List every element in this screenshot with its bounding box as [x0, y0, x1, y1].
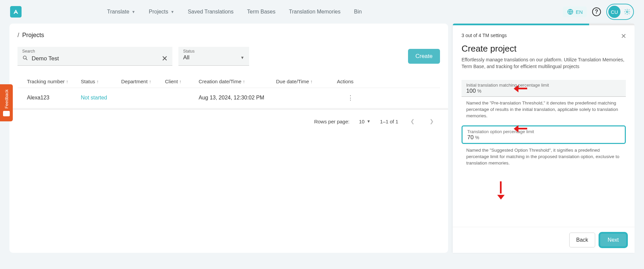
col-status[interactable]: Status↑	[81, 79, 121, 84]
field-unit: %	[477, 88, 481, 94]
lang-label: EN	[576, 9, 583, 15]
field-unit: %	[475, 135, 479, 140]
gear-icon	[624, 8, 631, 15]
smiley-icon	[3, 111, 10, 116]
row-menu-icon[interactable]: ⋮	[327, 94, 353, 101]
cell-tracking: Alexa123	[27, 95, 81, 101]
col-client[interactable]: Client↑	[165, 79, 199, 84]
status-select[interactable]: Status All ▼	[178, 47, 249, 66]
status-label: Status	[183, 49, 244, 54]
initial-percentage-field[interactable]: Initial translation matching percentage …	[462, 80, 626, 97]
nav-right: EN ? CU	[563, 4, 634, 20]
caret-down-icon: ▼	[240, 55, 244, 60]
close-icon[interactable]: ✕	[621, 32, 626, 40]
create-button[interactable]: Create	[408, 49, 440, 64]
nav-label: Projects	[149, 9, 168, 15]
sort-asc-icon: ↑	[179, 79, 181, 84]
help-icon[interactable]: ?	[592, 7, 601, 16]
table-header: Tracking number↑ Status↑ Department↑ Cli…	[18, 75, 440, 88]
nav-menu: Translate ▼ Projects ▼ Saved Translation…	[107, 9, 362, 15]
cell-status: Not started	[81, 95, 121, 101]
search-label: Search	[22, 49, 168, 54]
next-button[interactable]: Next	[599, 233, 627, 247]
filter-row: Search ✕ Status All ▼ Create	[18, 47, 440, 66]
prev-page-icon[interactable]: ❮	[408, 118, 417, 124]
annotation-arrow-icon	[515, 85, 532, 92]
nav-saved[interactable]: Saved Translations	[188, 9, 234, 15]
nav-memories[interactable]: Translation Memories	[289, 9, 340, 15]
feedback-tab[interactable]: Feedback	[0, 84, 13, 121]
projects-table: Tracking number↑ Status↑ Department↑ Cli…	[18, 75, 440, 110]
caret-down-icon: ▼	[367, 119, 371, 124]
back-button[interactable]: Back	[569, 233, 596, 247]
field-label: Initial translation matching percentage …	[466, 83, 621, 88]
annotation-arrow-icon	[515, 125, 532, 132]
svg-point-2	[23, 56, 26, 59]
option-percentage-field[interactable]: Translation option percentage limit 70 %	[462, 125, 626, 144]
svg-point-1	[626, 11, 628, 13]
nav-projects[interactable]: Projects ▼	[149, 9, 174, 15]
nav-bin[interactable]: Bin	[354, 9, 362, 15]
account-menu[interactable]: CU	[606, 4, 634, 20]
cell-creation: Aug 13, 2024, 12:30:02 PM	[199, 95, 276, 101]
step-indicator: 3 out of 4 TM settings ✕	[462, 33, 626, 38]
sort-asc-icon: ↑	[149, 79, 151, 84]
nav-translate[interactable]: Translate ▼	[107, 9, 135, 15]
status-value: All	[183, 54, 190, 61]
field-label: Translation option percentage limit	[467, 129, 620, 134]
search-input[interactable]	[32, 55, 158, 62]
chevron-down-icon: ▼	[171, 10, 174, 14]
clear-icon[interactable]: ✕	[162, 54, 168, 63]
search-icon	[22, 55, 28, 63]
breadcrumb-projects[interactable]: Projects	[22, 32, 44, 38]
col-department[interactable]: Department↑	[121, 79, 165, 84]
table-row[interactable]: Alexa123 Not started Aug 13, 2024, 12:30…	[18, 88, 440, 108]
nav-label: Term Bases	[247, 9, 275, 15]
col-actions: Actions	[327, 79, 353, 84]
language-button[interactable]: EN	[563, 6, 587, 17]
feedback-label: Feedback	[4, 89, 9, 109]
search-field[interactable]: Search ✕	[18, 47, 172, 66]
annotation-arrow-icon	[498, 181, 504, 198]
create-project-panel: 3 out of 4 TM settings ✕ Create project …	[453, 24, 635, 253]
breadcrumb: / Projects	[18, 32, 440, 39]
globe-icon	[567, 8, 574, 15]
sort-asc-icon: ↑	[243, 79, 245, 84]
col-creation[interactable]: Creation date/Time↑	[199, 79, 276, 84]
nav-label: Translate	[107, 9, 129, 15]
nav-label: Translation Memories	[289, 9, 340, 15]
avatar: CU	[608, 6, 620, 18]
sort-asc-icon: ↑	[66, 79, 68, 84]
field-help-2: Named the "Suggested Option Threshold", …	[462, 146, 626, 173]
field-help-1: Named the "Pre-translation Threshold," i…	[462, 99, 626, 125]
next-page-icon[interactable]: ❯	[427, 118, 437, 124]
field-value: 100	[466, 88, 476, 94]
nav-label: Bin	[354, 9, 362, 15]
app-logo[interactable]	[10, 6, 22, 18]
sort-asc-icon: ↑	[310, 79, 313, 84]
nav-term-bases[interactable]: Term Bases	[247, 9, 275, 15]
chevron-down-icon: ▼	[132, 10, 135, 14]
rows-label: Rows per page:	[314, 119, 349, 124]
rows-select[interactable]: 10 ▼	[359, 119, 371, 124]
col-due[interactable]: Due date/Time↑	[276, 79, 327, 84]
page-range: 1–1 of 1	[380, 119, 398, 124]
nav-label: Saved Translations	[188, 9, 234, 15]
panel-footer: Back Next	[453, 227, 635, 253]
panel-desc: Effortlessly manage translations on our …	[462, 57, 626, 70]
col-tracking[interactable]: Tracking number↑	[27, 79, 81, 84]
sort-asc-icon: ↑	[97, 79, 99, 84]
panel-title: Create project	[462, 43, 626, 54]
breadcrumb-slash: /	[18, 32, 19, 38]
field-value: 70	[467, 134, 474, 141]
projects-card: / Projects Search ✕ Status All ▼	[9, 24, 448, 253]
pagination: Rows per page: 10 ▼ 1–1 of 1 ❮ ❯	[18, 110, 440, 133]
top-navbar: Translate ▼ Projects ▼ Saved Translation…	[0, 0, 644, 24]
